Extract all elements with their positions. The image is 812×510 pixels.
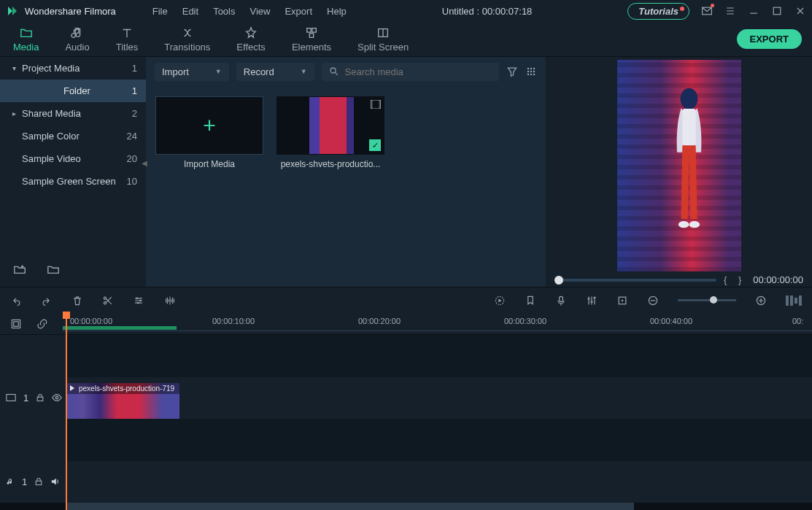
svg-point-12 (533, 71, 535, 72)
video-icon (371, 100, 381, 109)
svg-point-21 (678, 221, 689, 228)
svg-point-11 (530, 71, 532, 72)
new-folder-icon[interactable] (13, 263, 26, 276)
export-button[interactable]: EXPORT (737, 29, 802, 49)
zoom-fit-icon[interactable] (786, 295, 802, 306)
svg-rect-20 (682, 109, 695, 145)
svg-point-28 (104, 301, 106, 304)
link-icon[interactable] (36, 318, 48, 330)
close-icon[interactable] (794, 5, 806, 17)
svg-rect-33 (560, 296, 563, 301)
tab-split-screen[interactable]: Split Screen (344, 23, 422, 56)
playhead[interactable] (66, 313, 67, 510)
check-icon: ✓ (369, 139, 381, 151)
sidebar-item-sample-video[interactable]: Sample Video 20 (0, 147, 146, 170)
app-logo-icon (6, 4, 19, 18)
sidebar-item-sample-color[interactable]: Sample Color 24 (0, 125, 146, 147)
import-dropdown[interactable]: Import▼ (155, 63, 229, 81)
marker-icon[interactable] (525, 295, 536, 306)
split-icon[interactable] (102, 295, 114, 306)
tutorials-button[interactable]: Tutorials (627, 3, 689, 20)
zoom-out-icon[interactable] (647, 295, 659, 306)
sidebar-item-project-media[interactable]: ▾ Project Media 1 (0, 57, 146, 80)
timeline-options-icon[interactable] (10, 318, 22, 330)
audio-track-icon (6, 477, 15, 486)
svg-rect-44 (37, 398, 43, 401)
svg-rect-1 (773, 7, 781, 15)
grid-view-icon[interactable] (525, 66, 537, 77)
adjust-icon[interactable] (133, 295, 144, 306)
svg-rect-36 (593, 297, 595, 298)
svg-rect-42 (14, 321, 18, 325)
svg-rect-18 (379, 100, 381, 109)
tab-media[interactable]: Media (0, 23, 52, 56)
filter-icon[interactable] (506, 66, 518, 77)
lock-icon[interactable] (36, 393, 45, 402)
preview-viewport (546, 57, 812, 271)
folder-icon[interactable] (47, 263, 60, 276)
svg-point-31 (137, 302, 139, 304)
timeline-ruler[interactable]: 00:00:00:00 00:00:10:00 00:00:20:00 00:0… (63, 317, 812, 331)
redo-icon[interactable] (41, 295, 53, 306)
sidebar-item-sample-green-screen[interactable]: Sample Green Screen 10 (0, 170, 146, 193)
render-icon[interactable] (494, 295, 506, 306)
menu-file[interactable]: File (152, 6, 168, 17)
menu-help[interactable]: Help (327, 6, 347, 17)
mark-in-out[interactable]: { } (724, 274, 746, 285)
import-media-card[interactable]: + Import Media (155, 96, 264, 169)
video-track-header: 1 (0, 377, 66, 420)
sidebar-item-folder[interactable]: Folder 1 (0, 80, 146, 102)
minimize-icon[interactable] (748, 5, 759, 17)
tab-transitions[interactable]: Transitions (151, 23, 223, 56)
crop-icon[interactable] (616, 295, 628, 306)
search-input[interactable] (345, 66, 492, 77)
audio-track[interactable] (66, 461, 812, 503)
timeline-scrollbar[interactable] (0, 503, 812, 510)
delete-icon[interactable] (71, 295, 83, 306)
menu-view[interactable]: View (250, 6, 270, 17)
mail-icon[interactable] (701, 5, 713, 17)
collapse-sidebar-icon[interactable]: ◀ (142, 159, 147, 167)
waveform-icon[interactable] (163, 295, 177, 306)
eye-icon[interactable] (52, 393, 62, 403)
svg-point-14 (530, 74, 532, 75)
svg-rect-41 (12, 320, 20, 328)
plus-icon: + (203, 113, 216, 138)
preview-scrubber[interactable] (554, 279, 716, 282)
voiceover-icon[interactable] (555, 295, 567, 306)
sidebar: ▾ Project Media 1 Folder 1 ▸ Shared Medi… (0, 57, 146, 287)
speaker-icon[interactable] (50, 476, 61, 487)
tab-elements[interactable]: Elements (279, 23, 344, 56)
timeline: 00:00:00:00 00:00:10:00 00:00:20:00 00:0… (0, 313, 812, 510)
maximize-icon[interactable] (771, 5, 783, 17)
svg-rect-17 (371, 100, 373, 109)
menu-export[interactable]: Export (285, 6, 312, 17)
record-dropdown[interactable]: Record▼ (236, 63, 314, 81)
audio-track-header: 1 (0, 461, 66, 503)
preview-image (617, 60, 741, 271)
svg-point-22 (689, 221, 700, 228)
list-icon[interactable] (724, 5, 736, 17)
undo-icon[interactable] (10, 295, 22, 306)
svg-point-45 (55, 397, 58, 400)
menu-edit[interactable]: Edit (182, 6, 198, 17)
svg-rect-35 (590, 301, 592, 302)
mixer-icon[interactable] (586, 295, 598, 306)
video-track[interactable]: pexels-shvets-production-719 (66, 377, 812, 420)
tab-audio[interactable]: Audio (52, 23, 102, 56)
tab-effects[interactable]: Effects (223, 23, 279, 56)
zoom-in-icon[interactable] (755, 295, 767, 306)
chevron-down-icon: ▼ (301, 68, 307, 75)
svg-point-7 (527, 68, 529, 69)
lock-icon[interactable] (34, 477, 43, 486)
media-clip-card[interactable]: ✓ pexels-shvets-productio... (276, 96, 385, 169)
menu-tools[interactable]: Tools (213, 6, 235, 17)
timeline-zoom-slider[interactable] (678, 299, 736, 301)
svg-point-13 (527, 74, 529, 75)
sidebar-item-shared-media[interactable]: ▸ Shared Media 2 (0, 102, 146, 125)
app-name: Wondershare Filmora (25, 6, 116, 17)
svg-rect-4 (309, 33, 313, 36)
search-box[interactable] (322, 63, 499, 81)
tab-titles[interactable]: Titles (103, 23, 152, 56)
svg-point-38 (622, 299, 623, 301)
